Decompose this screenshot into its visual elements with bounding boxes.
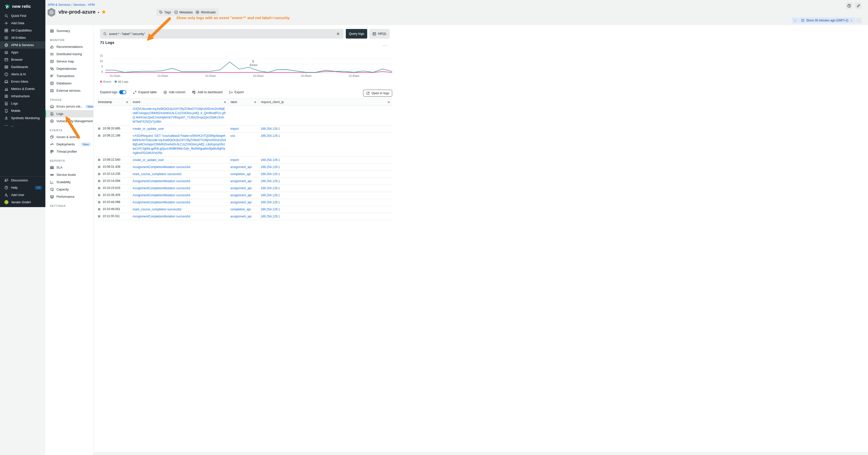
table-row[interactable]: 10:10:44.066AssignmentCompletionMutation… <box>96 199 392 206</box>
column-header-event[interactable]: event✕ <box>130 99 228 105</box>
row-ip-link[interactable]: 169.254.129.1 <box>260 186 280 191</box>
subnav-item-logs[interactable]: Logs <box>45 110 93 118</box>
subnav-item-summary[interactable]: Summary <box>45 27 93 34</box>
row-event-link[interactable]: AssignmentCompletionMutation successful <box>132 179 190 184</box>
sidebar-item-metrics-events[interactable]: Metrics & Events <box>0 85 45 93</box>
row-event-link[interactable]: AssignmentCompletionMutation successful <box>132 165 190 169</box>
sidebar-footer-help[interactable]: Help70 <box>0 184 45 191</box>
subnav-item-service-levels[interactable]: Service levels <box>45 171 93 178</box>
sidebar-item-[interactable]: ... <box>0 122 45 129</box>
sidebar-footer-iterativ-gmbh[interactable]: Iterativ GmbH <box>0 198 45 206</box>
row-label-link[interactable]: sso <box>230 134 235 138</box>
subnav-item-recommendations[interactable]: Recommendations <box>45 43 93 51</box>
row-event-link[interactable]: create_or_update_user <box>132 158 164 162</box>
row-ip-link[interactable]: 169.254.129.1 <box>260 179 280 184</box>
row-label-link[interactable]: assignment_api <box>230 193 251 197</box>
breadcrumb-services-apm[interactable]: Services - APM <box>73 3 95 6</box>
row-marker-square[interactable] <box>98 201 100 203</box>
legend-all-logs[interactable]: All Logs <box>115 80 128 83</box>
sidebar-footer-discussions[interactable]: Discussions <box>0 176 45 184</box>
table-row[interactable]: 10:10:14.094AssignmentCompletionMutation… <box>96 178 392 185</box>
sidebar-item-infrastructure[interactable]: Infrastructure <box>0 93 45 100</box>
sidebar-item-quick-find[interactable]: Quick Find <box>0 12 45 20</box>
sidebar-item-all-capabilities[interactable]: All Capabilities <box>0 27 45 34</box>
subnav-item-external-services[interactable]: External services <box>45 87 93 94</box>
remove-timestamp-column-icon[interactable]: ✕ <box>126 100 128 104</box>
log-query-input[interactable]: event:* -"label":"security" <box>109 32 334 36</box>
subnav-item-errors-errors-inb[interactable]: Errors (errors inb...New <box>45 103 93 110</box>
query-logs-button[interactable]: Query logs <box>346 29 367 38</box>
row-event-link[interactable]: AssignmentCompletionMutation successful <box>132 193 190 197</box>
row-ip-link[interactable]: 169.254.129.1 <box>260 158 280 162</box>
subnav-item-capacity[interactable]: Capacity <box>45 186 93 193</box>
favorite-star-icon[interactable] <box>101 9 106 14</box>
row-label-link[interactable]: assignment_api <box>230 186 251 191</box>
legend-errors[interactable]: Errors <box>100 80 111 83</box>
export-button[interactable]: Export <box>229 91 244 94</box>
row-label-link[interactable]: assignment_api <box>230 165 251 169</box>
remove-event-column-icon[interactable]: ✕ <box>223 100 226 104</box>
subnav-item-thread-profiler[interactable]: Thread profiler <box>45 148 93 155</box>
log-query-bar[interactable]: event:* -"label":"security" ✕ <box>100 29 343 38</box>
table-row[interactable]: 10:10:35.305AssignmentCompletionMutation… <box>96 192 392 199</box>
sidebar-item-add-data[interactable]: Add Data <box>0 20 45 27</box>
table-row[interactable]: 10:10:23.815AssignmentCompletionMutation… <box>96 185 392 192</box>
open-in-logs-button[interactable]: Open in logs <box>363 90 392 97</box>
row-label-link[interactable]: assignment_api <box>230 179 251 184</box>
subnav-item-transactions[interactable]: Transactions <box>45 72 93 79</box>
nrql-button[interactable]: NRQL <box>370 29 390 38</box>
table-row[interactable]: 10:09:22.540create_or_update_userimport1… <box>96 157 392 164</box>
sidebar-item-mobile[interactable]: Mobile <box>0 107 45 115</box>
sidebar-item-apps[interactable]: Apps <box>0 48 45 56</box>
expand-table-button[interactable]: Expand table <box>133 91 157 94</box>
expand-logs-switch[interactable] <box>119 90 126 94</box>
column-header-timestamp[interactable]: timestamp✕ <box>96 99 130 105</box>
subnav-item-sla[interactable]: SLA <box>45 164 93 171</box>
subnav-item-scalability[interactable]: Scalability <box>45 178 93 186</box>
row-marker-square[interactable] <box>98 159 100 161</box>
row-marker-square[interactable] <box>98 180 100 182</box>
remove-label-column-icon[interactable]: ✕ <box>254 100 256 104</box>
row-marker-square[interactable] <box>98 134 100 137</box>
sidebar-footer-add-user[interactable]: Add User <box>0 191 45 198</box>
row-marker-square[interactable] <box>98 187 100 189</box>
sidebar-item-dashboards[interactable]: Dashboards <box>0 63 45 70</box>
sidebar-item-synthetic-monitoring[interactable]: Synthetic Monitoring <box>0 115 45 122</box>
subnav-item-issues-activity[interactable]: Issues & activity <box>45 133 93 140</box>
subnav-item-dependencies[interactable]: Dependencies <box>45 65 93 72</box>
add-to-dashboard-button[interactable]: Add to dashboard <box>192 91 222 94</box>
expand-logs-toggle[interactable]: Expand logs <box>100 90 126 94</box>
sidebar-item-errors-inbox[interactable]: Errors Inbox <box>0 78 45 85</box>
column-header-request-client-ip[interactable]: request_client_ip✕ <box>258 99 392 105</box>
entity-dropdown-chevron-icon[interactable] <box>97 11 100 14</box>
row-event-link[interactable]: <ASGIRequest: GET '/sso/callback/?state=… <box>132 134 226 155</box>
row-event-link[interactable]: AssignmentCompletionMutation successful <box>132 186 190 191</box>
subnav-item-performance[interactable]: Performance <box>45 193 93 200</box>
breadcrumb-apm-services[interactable]: APM & Services <box>48 3 70 6</box>
tags-button[interactable]: Tags <box>156 8 174 16</box>
row-event-link[interactable]: JUQVU&code=eyJraWQiOiJjcGItY29yZV8wOTI1M… <box>132 107 226 124</box>
row-label-link[interactable]: import <box>230 158 239 162</box>
row-marker-square[interactable] <box>98 128 100 130</box>
column-header-label[interactable]: label✕ <box>228 99 258 105</box>
row-ip-link[interactable]: 169.254.129.1 <box>260 134 280 138</box>
row-event-link[interactable]: AssignmentCompletionMutation successful <box>132 200 190 204</box>
row-marker-square[interactable] <box>98 173 100 175</box>
row-ip-link[interactable]: 169.254.129.1 <box>260 172 280 176</box>
row-marker-square[interactable] <box>98 194 100 196</box>
new-relic-logo[interactable]: new relic <box>0 0 45 12</box>
subnav-item-service-map[interactable]: Service map <box>45 58 93 65</box>
subnav-item-distributed-tracing[interactable]: Distributed tracing <box>45 51 93 58</box>
clear-query-icon[interactable]: ✕ <box>336 32 341 36</box>
sidebar-item-logs[interactable]: Logs <box>0 100 45 107</box>
table-row[interactable]: 10:09:22.196<ASGIRequest: GET '/sso/call… <box>96 132 392 157</box>
sidebar-item-apm-services[interactable]: APM & Services <box>0 41 45 48</box>
row-event-link[interactable]: create_or_update_user <box>132 127 164 131</box>
table-row[interactable]: 10:09:31.439AssignmentCompletionMutation… <box>96 164 392 171</box>
subnav-item-databases[interactable]: Databases <box>45 79 93 87</box>
sidebar-item-browser[interactable]: Browser <box>0 56 45 63</box>
table-row[interactable]: 10:10:13.235mark_course_completion succe… <box>96 171 392 178</box>
row-ip-link[interactable]: 169.254.129.1 <box>260 200 280 204</box>
logs-timeseries-chart[interactable]: 15105010:15am10:20am10:25am10:30am10:35a… <box>98 51 393 77</box>
add-column-button[interactable]: Add column <box>163 91 186 94</box>
